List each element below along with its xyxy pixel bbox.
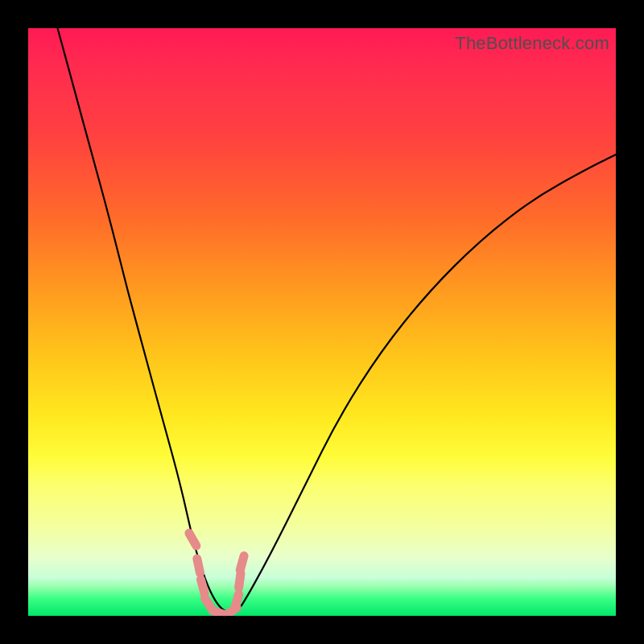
watermark-text: TheBottleneck.com <box>455 33 609 54</box>
plot-area: TheBottleneck.com <box>28 28 616 616</box>
chart-frame: TheBottleneck.com <box>0 0 644 644</box>
curve-marker <box>189 533 196 546</box>
curve-marker <box>197 559 200 573</box>
bottleneck-curve <box>58 28 617 613</box>
curve-marker <box>240 556 244 570</box>
curve-marker <box>235 594 239 608</box>
chart-svg <box>28 28 616 616</box>
curve-marker <box>239 573 241 588</box>
curve-marker <box>201 580 205 593</box>
